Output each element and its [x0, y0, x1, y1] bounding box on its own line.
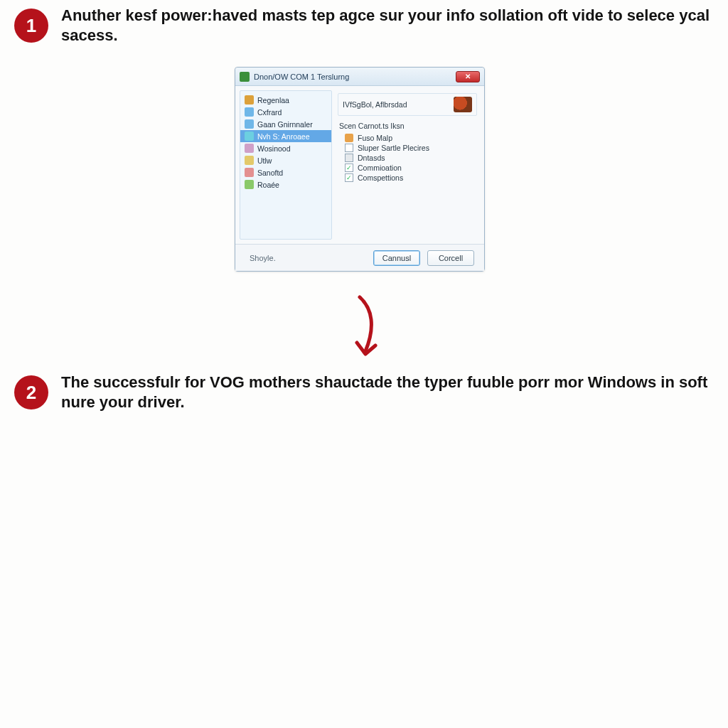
app-icon: [240, 72, 250, 82]
sidebar-item-label: Gaan Gnirnnaler: [257, 120, 313, 129]
sidebar: RegenlaaCxfrardGaan GnirnnalerNvh S: Anr…: [240, 90, 332, 240]
sidebar-item-4[interactable]: Wosinood: [240, 142, 331, 154]
panel-header-label: IVfSgBol, Aflbrsdad: [343, 100, 407, 109]
sidebar-item-icon: [245, 119, 254, 129]
sidebar-item-5[interactable]: Utlw: [240, 154, 331, 166]
dialog-1-body: RegenlaaCxfrardGaan GnirnnalerNvh S: Anr…: [235, 86, 484, 244]
checkbox-icon: ✓: [345, 173, 353, 182]
sidebar-item-icon: [245, 107, 254, 117]
step-1-header: 1 Anuther kesf power:haved masts tep agc…: [0, 6, 728, 46]
dialog-1-footer: Shoyle. Cannusl Corcell: [235, 244, 484, 271]
sidebar-item-3[interactable]: Nvh S: Anroaee: [240, 130, 331, 142]
sidebar-item-label: Wosinood: [257, 144, 291, 153]
sidebar-item-icon: [245, 144, 254, 153]
step-2-badge: 2: [14, 375, 48, 410]
sidebar-item-icon: [245, 132, 254, 141]
sidebar-item-label: Nvh S: Anroaee: [257, 132, 310, 141]
sidebar-item-6[interactable]: Sanoftd: [240, 166, 331, 178]
dialog-1-primary-button[interactable]: Cannusl: [373, 250, 420, 266]
dialog-1-title: Dnon/OW COM 1 Terslurng: [254, 73, 349, 81]
flow-arrow-icon: [347, 294, 381, 365]
dialog-1-secondary-button[interactable]: Corcell: [427, 250, 474, 266]
option-label: Dntasds: [358, 154, 385, 162]
panel-header-thumbnail-icon: [454, 97, 472, 112]
sidebar-item-icon: [245, 168, 254, 177]
sidebar-item-label: Utlw: [257, 156, 272, 165]
option-row-0[interactable]: Fuso Malp: [338, 133, 477, 143]
sidebar-item-label: Roaée: [257, 181, 279, 189]
options-list: Fuso MalpSluper Sartle PleciresDntasds✓C…: [338, 133, 477, 183]
right-panel: IVfSgBol, Aflbrsdad Scen Carnot.ts Iksn …: [336, 86, 484, 244]
dialog-1: Dnon/OW COM 1 Terslurng ✕ RegenlaaCxfrar…: [235, 67, 485, 272]
option-row-1[interactable]: Sluper Sartle Plecires: [338, 143, 477, 153]
footer-link[interactable]: Shoyle.: [245, 254, 276, 262]
sidebar-item-icon: [245, 156, 254, 165]
sidebar-item-2[interactable]: Gaan Gnirnnaler: [240, 118, 331, 130]
sidebar-item-label: Regenlaa: [257, 96, 289, 105]
step-2: 2 The successfulr for VOG mothers shauct…: [0, 373, 728, 412]
close-icon: ✕: [465, 73, 471, 80]
option-icon: [345, 134, 353, 142]
step-2-header: 2 The successfulr for VOG mothers shauct…: [0, 373, 728, 412]
checkbox-icon: [345, 154, 353, 162]
sidebar-item-label: Cxfrard: [257, 108, 282, 117]
step-1-badge: 1: [14, 9, 48, 43]
panel-header-box: IVfSgBol, Aflbrsdad: [338, 93, 477, 116]
sidebar-item-icon: [245, 95, 254, 105]
option-row-2[interactable]: Dntasds: [338, 153, 477, 163]
option-label: Commioation: [358, 164, 402, 172]
step-1-text: Anuther kesf power:haved masts tep agce …: [61, 6, 714, 46]
close-button[interactable]: ✕: [456, 71, 480, 82]
options-group-title: Scen Carnot.ts Iksn: [339, 122, 477, 130]
sidebar-item-1[interactable]: Cxfrard: [240, 106, 331, 118]
option-row-3[interactable]: ✓Commioation: [338, 163, 477, 173]
option-label: Sluper Sartle Plecires: [358, 144, 429, 152]
option-label: Fuso Malp: [358, 134, 392, 142]
option-label: Comspettions: [358, 173, 403, 182]
step-2-text: The successfulr for VOG mothers shauctad…: [61, 373, 714, 412]
sidebar-item-7[interactable]: Roaée: [240, 178, 331, 191]
option-row-4[interactable]: ✓Comspettions: [338, 173, 477, 183]
sidebar-item-0[interactable]: Regenlaa: [240, 94, 331, 106]
step-1: 1 Anuther kesf power:haved masts tep agc…: [0, 6, 728, 46]
sidebar-item-label: Sanoftd: [257, 168, 283, 177]
checkbox-icon: ✓: [345, 164, 353, 172]
sidebar-item-icon: [245, 180, 254, 189]
checkbox-icon: [345, 144, 353, 152]
dialog-1-titlebar[interactable]: Dnon/OW COM 1 Terslurng ✕: [235, 68, 484, 86]
